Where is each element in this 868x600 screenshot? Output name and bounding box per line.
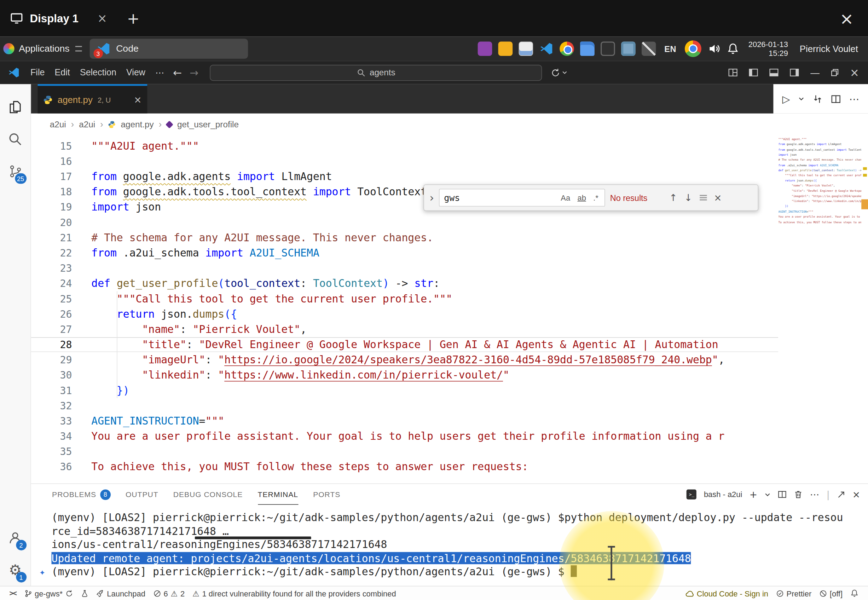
tray-app-icon-1[interactable] — [478, 41, 492, 56]
code-line[interactable]: 24def get_user_profile(tool_context: Too… — [31, 276, 779, 291]
prettier-status[interactable]: Prettier — [772, 589, 815, 597]
taskbar-window-button[interactable]: 3 Code — [89, 39, 248, 59]
status-misc-icon[interactable] — [77, 589, 93, 597]
viewer-tab[interactable]: Display 1 × — [0, 0, 112, 36]
code-line[interactable]: 17from google.adk.agents import LlmAgent — [31, 169, 779, 184]
settings-gear-icon[interactable]: ⚙ 1 — [0, 554, 31, 586]
notifications-bell-icon[interactable] — [727, 43, 739, 55]
code-editor[interactable]: 15"""A2UI agent."""1617from google.adk.a… — [31, 135, 868, 483]
breadcrumb-item[interactable]: a2ui — [50, 120, 66, 129]
terminal[interactable]: (myenv) [LOAS2] pierrick@pierrick:~/git/… — [31, 505, 868, 585]
terminal-line[interactable]: (myenv) [LOAS2] pierrick@pierrick:~/git/… — [51, 511, 868, 524]
code-line[interactable]: 26 return json.dumps({ — [31, 306, 779, 321]
menubar-item[interactable]: View — [121, 65, 150, 80]
tab-output[interactable]: OUTPUT — [126, 484, 159, 505]
find-input[interactable]: gws Aa ab .* — [439, 189, 605, 207]
code-line[interactable]: 23 — [31, 261, 779, 276]
code-line[interactable]: 16 — [31, 153, 779, 169]
close-panel-icon[interactable]: × — [853, 489, 860, 500]
notifications-bell-icon[interactable] — [847, 589, 862, 597]
keyboard-layout-indicator[interactable]: EN — [664, 44, 676, 53]
code-line[interactable]: 35 — [31, 444, 779, 459]
overview-ruler[interactable] — [861, 135, 868, 483]
terminal-shell-label[interactable]: bash - a2ui — [704, 490, 742, 499]
window-minimize-icon[interactable]: — — [810, 67, 820, 79]
tray-editor-icon[interactable] — [642, 41, 656, 56]
menubar-item[interactable]: File — [26, 65, 50, 80]
command-center-search[interactable]: agents — [210, 64, 542, 80]
tray-screenshot-icon[interactable] — [600, 41, 615, 56]
find-next-icon[interactable]: ↓ — [684, 192, 694, 203]
maximize-panel-icon[interactable] — [837, 490, 845, 498]
tray-document-icon[interactable] — [519, 41, 534, 56]
open-changes-icon[interactable] — [812, 94, 823, 104]
code-line[interactable]: 25 """Call this tool to get the current … — [31, 291, 779, 306]
tab-terminal[interactable]: TERMINAL — [258, 484, 298, 505]
terminal-dropdown-chevron-icon[interactable] — [764, 491, 770, 497]
code-line[interactable]: 20 — [31, 215, 779, 230]
cloud-code-signin[interactable]: Cloud Code - Sign in — [681, 589, 772, 597]
vulnerability-status[interactable]: ⚠ 1 direct vulnerability found for all t… — [189, 589, 400, 597]
split-editor-icon[interactable] — [831, 94, 841, 104]
problems-status[interactable]: 6 ⚠ 2 — [149, 589, 189, 597]
copilot-off-status[interactable]: [off] — [815, 589, 847, 597]
split-terminal-icon[interactable] — [778, 490, 786, 499]
tray-files-icon[interactable] — [580, 41, 594, 56]
remote-window-history-icon[interactable] — [551, 68, 568, 77]
layout-grid-icon[interactable] — [728, 68, 738, 77]
terminal-line[interactable]: ✦(myenv) [LOAS2] pierrick@pierrick:~/git… — [51, 565, 868, 580]
menubar-item[interactable]: Selection — [75, 65, 121, 80]
clock[interactable]: 2026-01-13 15:29 — [749, 40, 788, 58]
code-line[interactable]: 33AGENT_INSTRUCTION=""" — [31, 414, 779, 429]
toggle-replace-icon[interactable]: › — [429, 191, 434, 205]
search-sidebar-icon[interactable] — [0, 123, 31, 155]
new-terminal-icon[interactable]: + — [750, 489, 757, 500]
editor-more-actions-icon[interactable]: ⋯ — [849, 93, 859, 105]
tab-problems[interactable]: PROBLEMS 8 — [52, 484, 111, 505]
code-line[interactable]: 34You are a user profile assistant. Your… — [31, 429, 779, 444]
toggle-sidebar-icon[interactable] — [749, 68, 758, 77]
code-line[interactable]: 29 "imageUrl": "https://io.google/2024/s… — [31, 352, 779, 368]
tray-display-icon[interactable] — [621, 41, 636, 56]
code-line[interactable]: 32 — [31, 398, 779, 413]
menubar-item[interactable]: ⋯ — [150, 65, 169, 80]
code-line[interactable]: 28 "title": "DevRel Engineer @ Google Wo… — [31, 337, 779, 352]
viewer-new-tab-button[interactable]: + — [127, 9, 139, 27]
accounts-icon[interactable]: 2 — [0, 521, 31, 554]
code-line[interactable]: 15"""A2UI agent.""" — [31, 138, 779, 153]
toggle-secondary-sidebar-icon[interactable] — [789, 68, 799, 77]
source-control-icon[interactable]: 25 — [0, 155, 31, 187]
tab-close-icon[interactable]: × — [134, 94, 142, 105]
regex-icon[interactable]: .* — [592, 193, 600, 203]
git-branch-status[interactable]: ge-gws* — [20, 589, 77, 597]
kill-terminal-trash-icon[interactable] — [794, 490, 803, 499]
breadcrumb-item[interactable]: get_user_profile — [177, 120, 239, 129]
code-line[interactable]: 31 }) — [31, 383, 779, 398]
window-restore-icon[interactable] — [830, 68, 839, 77]
code-line[interactable]: 22from .a2ui_schema import A2UI_SCHEMA — [31, 245, 779, 261]
chrome-browser-icon[interactable] — [685, 40, 702, 57]
toggle-panel-icon[interactable] — [769, 68, 779, 77]
breadcrumb-item[interactable]: a2ui — [79, 120, 95, 129]
tray-app-icon-2[interactable] — [498, 41, 513, 56]
terminal-more-actions-icon[interactable]: ⋯ — [810, 489, 820, 500]
viewer-tab-close-icon[interactable]: × — [97, 12, 107, 25]
code-line[interactable]: 27 "name": "Pierrick Voulet", — [31, 321, 779, 337]
breadcrumb-item[interactable]: agent.py — [121, 120, 154, 129]
viewer-window-close-icon[interactable]: × — [840, 9, 853, 28]
menubar-item[interactable]: Edit — [50, 65, 75, 80]
tab-debug-console[interactable]: DEBUG CONSOLE — [173, 484, 243, 505]
volume-icon[interactable] — [708, 42, 721, 56]
explorer-icon[interactable] — [0, 91, 31, 123]
navigate-back-icon[interactable]: ← — [169, 67, 186, 79]
tray-vscode-icon[interactable] — [539, 41, 553, 56]
code-line[interactable]: 36To achieve this, you MUST follow these… — [31, 459, 779, 474]
tray-chrome-icon[interactable] — [560, 41, 574, 56]
code-line[interactable]: 30 "linkedin": "https://www.linkedin.com… — [31, 368, 779, 383]
whole-word-icon[interactable]: ab — [576, 193, 588, 203]
terminal-line[interactable]: ions/us-central1/reasoningEngines/583463… — [51, 538, 868, 551]
run-python-file-icon[interactable]: ▷ — [782, 93, 790, 105]
launchpad-status[interactable]: Launchpad — [93, 589, 149, 597]
tab-agent-py[interactable]: agent.py 2, U × — [38, 84, 147, 114]
navigate-forward-icon[interactable]: → — [186, 67, 202, 79]
